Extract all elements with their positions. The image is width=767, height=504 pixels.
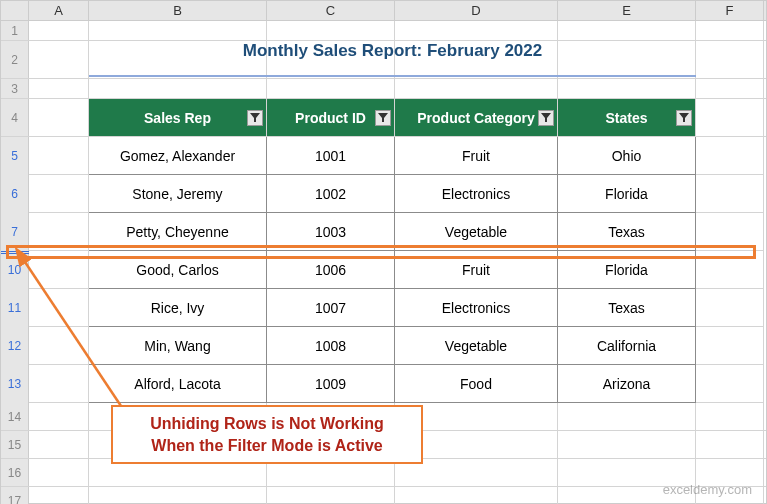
- cell-category[interactable]: Fruit: [395, 251, 558, 289]
- col-header-E[interactable]: E: [558, 1, 696, 20]
- cell[interactable]: [696, 365, 764, 403]
- cell[interactable]: [395, 487, 558, 504]
- cell[interactable]: [696, 99, 764, 136]
- row-header[interactable]: 12: [1, 327, 29, 365]
- cell-sales-rep[interactable]: Rice, Ivy: [89, 289, 267, 327]
- cell-product-id[interactable]: 1002: [267, 175, 395, 213]
- cell[interactable]: [395, 79, 558, 98]
- cell[interactable]: [89, 487, 267, 504]
- cell[interactable]: [696, 41, 764, 78]
- cell-category[interactable]: Electronics: [395, 289, 558, 327]
- cell-state[interactable]: Texas: [558, 289, 696, 327]
- cell[interactable]: [29, 79, 89, 98]
- row-header[interactable]: 2: [1, 41, 29, 78]
- cell-state[interactable]: Arizona: [558, 365, 696, 403]
- cell-sales-rep[interactable]: Alford, Lacota: [89, 365, 267, 403]
- cell[interactable]: [558, 79, 696, 98]
- col-header-B[interactable]: B: [89, 1, 267, 20]
- cell-product-id[interactable]: 1008: [267, 327, 395, 365]
- cell-category[interactable]: Food: [395, 365, 558, 403]
- cell-state[interactable]: Ohio: [558, 137, 696, 175]
- row-header[interactable]: 10: [1, 251, 29, 289]
- cell[interactable]: [89, 79, 267, 98]
- row-header[interactable]: 4: [1, 99, 29, 136]
- filter-button[interactable]: [375, 110, 391, 126]
- cell[interactable]: [29, 327, 89, 365]
- cell[interactable]: [29, 175, 89, 213]
- filter-button[interactable]: [538, 110, 554, 126]
- cell[interactable]: [558, 21, 696, 40]
- row-header[interactable]: 5: [1, 137, 29, 175]
- row-header[interactable]: 16: [1, 459, 29, 486]
- row-header[interactable]: 11: [1, 289, 29, 327]
- cell[interactable]: [29, 487, 89, 504]
- cell[interactable]: [29, 403, 89, 430]
- cell[interactable]: [696, 137, 764, 175]
- cell[interactable]: [29, 431, 89, 458]
- cell-sales-rep[interactable]: Gomez, Alexander: [89, 137, 267, 175]
- col-header-D[interactable]: D: [395, 1, 558, 20]
- cell-state[interactable]: Florida: [558, 251, 696, 289]
- row-header[interactable]: 15: [1, 431, 29, 458]
- cell[interactable]: [696, 251, 764, 289]
- cell[interactable]: [29, 459, 89, 486]
- cell-product-id[interactable]: 1009: [267, 365, 395, 403]
- cell[interactable]: [395, 21, 558, 40]
- cell-category[interactable]: Vegetable: [395, 213, 558, 251]
- cell[interactable]: [29, 289, 89, 327]
- cell[interactable]: [696, 175, 764, 213]
- cell[interactable]: [29, 99, 89, 136]
- cell-category[interactable]: Electronics: [395, 175, 558, 213]
- filter-button[interactable]: [676, 110, 692, 126]
- row-header[interactable]: 1: [1, 21, 29, 40]
- cell-product-id[interactable]: 1003: [267, 213, 395, 251]
- cell[interactable]: [267, 79, 395, 98]
- cell[interactable]: [29, 251, 89, 289]
- header-product-category[interactable]: Product Category: [395, 99, 558, 136]
- cell-category[interactable]: Vegetable: [395, 327, 558, 365]
- col-header-C[interactable]: C: [267, 1, 395, 20]
- cell-product-id[interactable]: 1006: [267, 251, 395, 289]
- cell[interactable]: [696, 213, 764, 251]
- cell-category[interactable]: Fruit: [395, 137, 558, 175]
- cell-product-id[interactable]: 1007: [267, 289, 395, 327]
- cell[interactable]: [29, 213, 89, 251]
- cell-sales-rep[interactable]: Stone, Jeremy: [89, 175, 267, 213]
- cell[interactable]: [29, 137, 89, 175]
- col-header-A[interactable]: A: [29, 1, 89, 20]
- cell-sales-rep[interactable]: Good, Carlos: [89, 251, 267, 289]
- cell[interactable]: [89, 21, 267, 40]
- row-header[interactable]: 3: [1, 79, 29, 98]
- col-header-F[interactable]: F: [696, 1, 764, 20]
- cell[interactable]: [696, 289, 764, 327]
- cell[interactable]: [267, 21, 395, 40]
- cell-sales-rep[interactable]: Petty, Cheyenne: [89, 213, 267, 251]
- select-all-corner[interactable]: [1, 1, 29, 20]
- hidden-rows-indicator[interactable]: [1, 251, 29, 255]
- row-header[interactable]: 6: [1, 175, 29, 213]
- cell[interactable]: [267, 487, 395, 504]
- row-header[interactable]: 14: [1, 403, 29, 430]
- cell-state[interactable]: California: [558, 327, 696, 365]
- row-header[interactable]: 7: [1, 213, 29, 251]
- header-product-id[interactable]: Product ID: [267, 99, 395, 136]
- cell-sales-rep[interactable]: Min, Wang: [89, 327, 267, 365]
- cell[interactable]: [696, 21, 764, 40]
- cell[interactable]: [558, 431, 696, 458]
- cell-state[interactable]: Texas: [558, 213, 696, 251]
- header-sales-rep[interactable]: Sales Rep: [89, 99, 267, 136]
- cell[interactable]: [696, 431, 764, 458]
- row-header[interactable]: 17: [1, 487, 29, 504]
- cell[interactable]: [696, 79, 764, 98]
- cell[interactable]: [29, 41, 89, 78]
- filter-button[interactable]: [247, 110, 263, 126]
- cell-product-id[interactable]: 1001: [267, 137, 395, 175]
- cell[interactable]: [29, 365, 89, 403]
- cell-state[interactable]: Florida: [558, 175, 696, 213]
- header-states[interactable]: States: [558, 99, 696, 136]
- row-header[interactable]: 13: [1, 365, 29, 403]
- cell[interactable]: [696, 403, 764, 430]
- cell[interactable]: [558, 403, 696, 430]
- cell[interactable]: [696, 327, 764, 365]
- cell[interactable]: [29, 21, 89, 40]
